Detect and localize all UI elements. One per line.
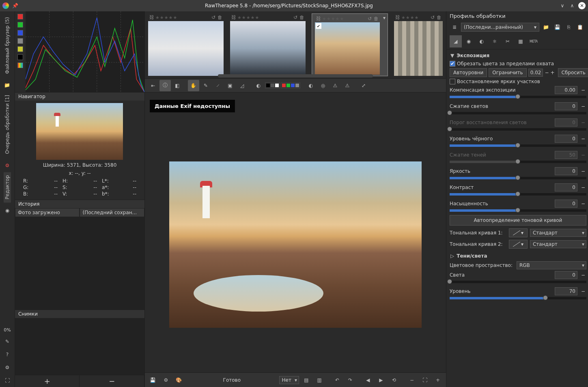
slider-knob[interactable]: [543, 295, 548, 300]
slider-knob[interactable]: [447, 110, 452, 115]
tone-curve-1-mode[interactable]: Стандарт: [530, 229, 586, 237]
minus-icon[interactable]: −: [580, 103, 586, 109]
clip-button[interactable]: Ограничить: [489, 68, 526, 77]
tab-transform-icon[interactable]: ▦: [515, 35, 527, 47]
histo-chroma-toggle[interactable]: [17, 46, 23, 52]
prefs-icon[interactable]: ⚙: [3, 363, 11, 372]
autolevels-button[interactable]: Автоуровни: [450, 68, 487, 77]
slider-value[interactable]: 0: [555, 102, 577, 110]
bg-black[interactable]: [266, 84, 270, 87]
slider-track[interactable]: [450, 144, 586, 147]
slider-value[interactable]: 0: [555, 118, 577, 127]
check-icon[interactable]: ✔: [316, 23, 321, 29]
histo-raw-toggle[interactable]: [17, 54, 23, 60]
ch-red[interactable]: [282, 84, 286, 87]
crop-icon[interactable]: ▣: [224, 80, 236, 91]
arrow-left-icon[interactable]: ⇤: [147, 80, 159, 91]
profile-copy-icon[interactable]: ⎘: [564, 22, 573, 32]
ch-blue[interactable]: [291, 84, 295, 87]
minus-icon[interactable]: −: [580, 168, 586, 174]
preview-canvas[interactable]: Данные Exif недоступны: [145, 92, 446, 372]
straighten-icon[interactable]: ◿: [237, 80, 248, 91]
histo-blue-toggle[interactable]: [17, 30, 23, 36]
slider-value[interactable]: 0: [555, 200, 577, 208]
colorspace-select[interactable]: RGB: [517, 261, 586, 269]
slider-track[interactable]: [450, 161, 586, 163]
tab-color-icon[interactable]: ◐: [476, 35, 488, 47]
histo-green-toggle[interactable]: [17, 22, 23, 28]
gamut-icon[interactable]: ▥: [314, 374, 325, 386]
sharpen-preview-icon[interactable]: ◎: [317, 80, 329, 91]
profile-mode-icon[interactable]: ≣: [450, 22, 459, 32]
curve-icon[interactable]: ⤢: [358, 80, 369, 91]
trash-icon[interactable]: 🗑: [373, 16, 379, 22]
minus-icon[interactable]: −: [580, 87, 586, 93]
minus-icon[interactable]: −: [580, 152, 586, 158]
link-icon[interactable]: ⛓: [395, 15, 401, 20]
slider-value[interactable]: 50: [555, 151, 577, 159]
zoom-out-button[interactable]: −: [80, 375, 144, 387]
shadows-section-header[interactable]: ▷Тени/света: [450, 252, 586, 260]
slider-value[interactable]: 0: [555, 167, 577, 175]
rotate-right-icon[interactable]: ↷: [345, 374, 356, 386]
slider-track[interactable]: [450, 193, 586, 196]
history-row-name[interactable]: Фото загружено: [15, 208, 80, 217]
monitor-profile-icon[interactable]: ▤: [301, 374, 312, 386]
minus-icon[interactable]: −: [580, 201, 586, 206]
history-row-value[interactable]: (Последний сохран...: [80, 208, 144, 217]
next-image-icon[interactable]: ▶: [375, 374, 387, 386]
slider-value[interactable]: 0.00: [555, 86, 577, 94]
clip-highlight-icon[interactable]: ⚠: [342, 80, 353, 91]
slider-knob[interactable]: [515, 175, 520, 180]
save-icon[interactable]: 💾: [147, 374, 159, 386]
slider-value[interactable]: 0: [555, 183, 577, 191]
slider-track[interactable]: [450, 281, 586, 283]
link-icon[interactable]: ⛓: [149, 15, 155, 20]
slider-knob[interactable]: [447, 127, 452, 131]
tab-meta-icon[interactable]: META: [528, 35, 540, 47]
folder-icon[interactable]: 📁: [3, 81, 11, 89]
wand-icon[interactable]: ✎: [3, 338, 11, 346]
trash-icon[interactable]: 🗑: [217, 15, 223, 20]
slider-track[interactable]: [450, 177, 586, 179]
picker-icon[interactable]: ✎: [200, 80, 211, 91]
zoom-in-icon[interactable]: +: [432, 374, 444, 386]
wb-picker-icon[interactable]: ⟋: [212, 80, 224, 91]
link-icon[interactable]: ⛓: [231, 15, 237, 20]
gear-icon[interactable]: ⚙: [3, 161, 11, 170]
bg-white[interactable]: [275, 84, 279, 87]
link-icon[interactable]: ⛓: [316, 16, 321, 22]
profile-select[interactable]: (Последни...ранённый)▾: [461, 23, 539, 32]
hl-recover-checkbox[interactable]: [450, 79, 455, 84]
thumbnail-item[interactable]: ⛓★★★★★↺🗑: [230, 14, 306, 76]
trash-icon[interactable]: 🗑: [299, 15, 305, 20]
histo-bar-toggle[interactable]: [17, 62, 23, 68]
minus-icon[interactable]: −: [580, 136, 586, 142]
undo-icon[interactable]: ↺: [367, 16, 373, 22]
minus-icon[interactable]: −: [545, 70, 549, 75]
tab-detail-icon[interactable]: ◉: [463, 35, 475, 47]
tone-curve-1-shape[interactable]: ▾: [509, 228, 528, 237]
info-icon[interactable]: ⓘ: [159, 80, 171, 91]
external-editor-icon[interactable]: 🎨: [173, 374, 185, 386]
minus-icon[interactable]: −: [580, 185, 586, 190]
slider-knob[interactable]: [515, 208, 520, 213]
histo-luma-toggle[interactable]: [17, 38, 23, 44]
slider-value[interactable]: 0: [555, 271, 577, 279]
fullscreen-icon[interactable]: ⛶: [3, 376, 11, 385]
undo-icon[interactable]: ↺: [211, 15, 216, 20]
undo-icon[interactable]: ↺: [293, 15, 298, 20]
zoom-in-button[interactable]: +: [15, 375, 80, 387]
tab-editor[interactable]: Редактор: [4, 172, 11, 202]
auto-curve-button[interactable]: Автоопределение тоновой кривой: [450, 215, 586, 226]
minus-icon[interactable]: −: [580, 120, 586, 125]
before-after-icon[interactable]: ◧: [172, 80, 183, 91]
pin-icon[interactable]: 📌: [12, 3, 18, 9]
profile-save-icon[interactable]: 💾: [552, 22, 562, 32]
bg-toggle-icon[interactable]: ◐: [253, 80, 264, 91]
queue-icon[interactable]: ⚙: [160, 374, 172, 386]
slider-knob[interactable]: [515, 143, 520, 148]
aperture-icon[interactable]: ◉: [3, 206, 11, 215]
minus-icon[interactable]: −: [580, 288, 586, 294]
zoom-fit-icon[interactable]: ⛶: [419, 374, 431, 386]
